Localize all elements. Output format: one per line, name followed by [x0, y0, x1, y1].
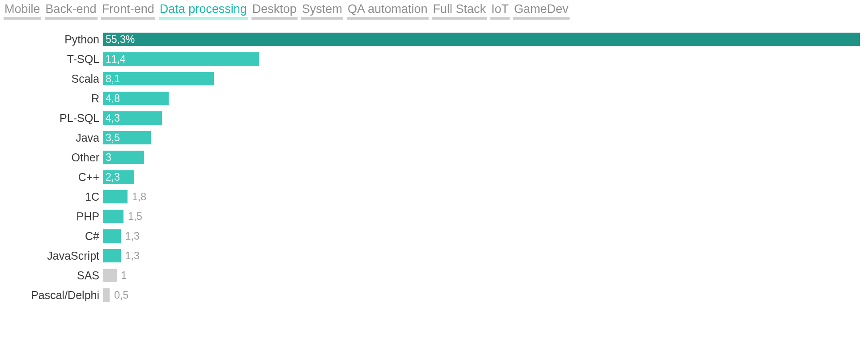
- tab-front-end[interactable]: Front-end: [101, 2, 155, 20]
- bar-label: Java: [0, 131, 103, 144]
- bar-value: 2,3: [103, 171, 120, 183]
- bar-value: 55,3%: [103, 34, 135, 46]
- bar: 1: [103, 269, 117, 282]
- bar-value: 11,4: [103, 53, 126, 65]
- bar-label: C#: [0, 230, 103, 243]
- bar-value: 8,1: [103, 73, 120, 85]
- bar: 55,3%: [103, 33, 860, 46]
- bar-row: Pascal/Delphi0,5: [0, 285, 860, 305]
- bar-row: Other3: [0, 148, 860, 167]
- bar-label: Other: [0, 151, 103, 164]
- bar: 3,5: [103, 131, 151, 144]
- bar-label: C++: [0, 171, 103, 184]
- bar-track: 1,3: [103, 228, 860, 244]
- bar: 1,3: [103, 229, 121, 243]
- bar: 2,3: [103, 170, 134, 184]
- bar: 4,3: [103, 111, 162, 125]
- bar-value: 1,3: [121, 250, 140, 262]
- bar-track: 3: [103, 150, 860, 165]
- bar-track: 1,3: [103, 248, 860, 263]
- bar-track: 55,3%: [103, 32, 860, 47]
- bar-track: 3,5: [103, 130, 860, 145]
- bar-row: PHP1,5: [0, 207, 860, 226]
- bar-track: 11,4: [103, 51, 860, 67]
- bar-label: Python: [0, 33, 103, 46]
- bar-label: 1C: [0, 190, 103, 203]
- bar-track: 1: [103, 268, 860, 283]
- bar-value: 0,5: [110, 289, 128, 301]
- bar-track: 1,8: [103, 189, 860, 204]
- bar-value: 3,5: [103, 132, 120, 144]
- bar-value: 1,8: [128, 191, 146, 203]
- bar-row: JavaScript1,3: [0, 246, 860, 266]
- tab-back-end[interactable]: Back-end: [45, 2, 98, 20]
- bar-row: Java3,5: [0, 128, 860, 148]
- bar-row: T-SQL11,4: [0, 49, 860, 69]
- bar-row: 1C1,8: [0, 187, 860, 207]
- bar-track: 0,5: [103, 287, 860, 303]
- tab-mobile[interactable]: Mobile: [4, 2, 41, 20]
- category-tabs: MobileBack-endFront-endData processingDe…: [0, 0, 868, 20]
- bar: 4,8: [103, 92, 169, 105]
- bar-value: 4,3: [103, 112, 120, 124]
- tab-data-processing[interactable]: Data processing: [159, 2, 248, 20]
- tab-desktop[interactable]: Desktop: [251, 2, 298, 20]
- bar-label: R: [0, 92, 103, 105]
- bar-chart: Python55,3%T-SQL11,4Scala8,1R4,8PL-SQL4,…: [0, 20, 868, 305]
- bar-row: C#1,3: [0, 226, 860, 246]
- bar-value: 4,8: [103, 93, 120, 105]
- bar: 1,5: [103, 210, 123, 223]
- bar-row: Python55,3%: [0, 30, 860, 49]
- bar-label: JavaScript: [0, 249, 103, 262]
- bar: 8,1: [103, 72, 214, 85]
- tab-full-stack[interactable]: Full Stack: [432, 2, 487, 20]
- tab-iot[interactable]: IoT: [490, 2, 510, 20]
- bar-label: SAS: [0, 269, 103, 282]
- bar-value: 1,3: [121, 230, 140, 242]
- bar-value: 3: [103, 152, 111, 164]
- bar-row: Scala8,1: [0, 69, 860, 89]
- bar-row: R4,8: [0, 89, 860, 108]
- bar-track: 1,5: [103, 209, 860, 224]
- bar-value: 1,5: [123, 211, 142, 223]
- bar-track: 2,3: [103, 169, 860, 185]
- bar: 1,8: [103, 190, 128, 203]
- bar-label: T-SQL: [0, 53, 103, 66]
- bar-label: Pascal/Delphi: [0, 289, 103, 302]
- bar-value: 1: [117, 270, 127, 282]
- tab-gamedev[interactable]: GameDev: [513, 2, 570, 20]
- bar: 11,4: [103, 52, 259, 66]
- bar-row: C++2,3: [0, 167, 860, 187]
- bar-track: 4,8: [103, 91, 860, 106]
- bar: 1,3: [103, 249, 121, 262]
- bar-row: PL-SQL4,3: [0, 108, 860, 128]
- bar: 3: [103, 151, 144, 164]
- bar-track: 4,3: [103, 110, 860, 126]
- tab-qa-automation[interactable]: QA automation: [347, 2, 429, 20]
- bar-label: PL-SQL: [0, 112, 103, 125]
- bar-label: PHP: [0, 210, 103, 223]
- bar-label: Scala: [0, 72, 103, 85]
- bar-row: SAS1: [0, 266, 860, 285]
- bar-track: 8,1: [103, 71, 860, 86]
- bar: 0,5: [103, 288, 110, 302]
- tab-system[interactable]: System: [301, 2, 343, 20]
